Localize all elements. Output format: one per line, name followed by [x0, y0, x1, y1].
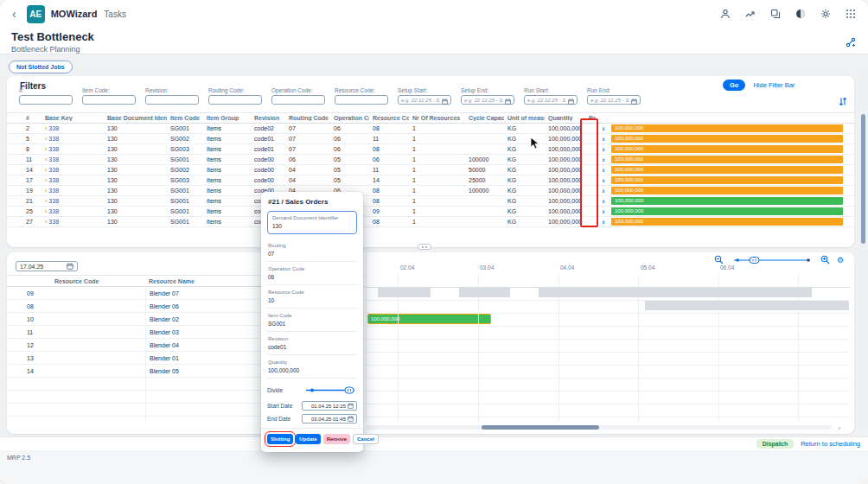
settings-icon[interactable] — [820, 9, 831, 19]
expand-caret-icon[interactable]: › — [45, 136, 47, 142]
row-expand-chevron[interactable]: › — [596, 145, 611, 154]
app-logo[interactable]: AE — [27, 5, 45, 23]
panel-splitter-handle[interactable] — [418, 244, 431, 250]
end-date-input[interactable]: 03.04.25 01:45 — [302, 414, 357, 424]
return-to-scheduling-link[interactable]: Return to scheduling — [801, 440, 860, 448]
column-header[interactable]: Item Code — [167, 115, 203, 121]
column-header[interactable]: Resource Code — [369, 115, 409, 121]
row-expand-chevron[interactable]: › — [596, 176, 611, 185]
row-expand-chevron[interactable]: › — [596, 124, 611, 133]
back-icon[interactable]: ‹ — [12, 9, 16, 19]
base-key-link[interactable]: 338 — [48, 146, 59, 152]
apps-grid-icon[interactable] — [846, 9, 856, 19]
base-key-link[interactable]: 338 — [48, 177, 59, 183]
column-header[interactable]: Revision — [251, 115, 285, 121]
resource-code-column-header[interactable]: Resource Code — [7, 278, 145, 284]
start-date-input[interactable]: 01.04.25 12:25 — [302, 401, 357, 411]
gantt-horizontal-scrollbar[interactable] — [366, 425, 832, 430]
not-slotted-jobs-button[interactable]: Not Slotted Jobs — [9, 60, 73, 73]
related-links-icon[interactable] — [846, 35, 856, 51]
row-expand-chevron[interactable]: › — [596, 207, 611, 216]
filter-text-input[interactable] — [208, 95, 262, 105]
row-expand-chevron[interactable]: › — [596, 156, 611, 164]
divide-slider[interactable] — [303, 382, 357, 398]
base-key-link[interactable]: 338 — [48, 219, 59, 225]
expand-caret-icon[interactable]: › — [45, 208, 47, 214]
table-row[interactable]: 14›338130SG002Itemscode00040511150000KG1… — [7, 165, 854, 175]
filter-date-input[interactable]: e.g. 22.12.25 - 31.1... — [524, 95, 578, 105]
table-row[interactable]: 11›338130SG001Itemscode000605061100000KG… — [7, 155, 854, 165]
table-row[interactable]: 8›338130SG003Itemscode010706081KG100,000… — [7, 144, 854, 155]
scheduled-job-bar[interactable]: 100,000,000 — [367, 314, 491, 324]
calendar-icon[interactable] — [348, 416, 354, 423]
filter-date-input[interactable]: e.g. 22.12.25 - 31.1... — [461, 95, 514, 105]
expand-caret-icon[interactable]: › — [45, 167, 47, 173]
table-row[interactable]: 27›338130SG001Itemscode00081KG100,000,00… — [7, 217, 854, 227]
expand-caret-icon[interactable]: › — [45, 177, 47, 183]
expand-caret-icon[interactable]: › — [45, 219, 47, 225]
column-header[interactable]: Item Group — [203, 115, 251, 121]
slotting-button[interactable]: Slotting — [267, 434, 293, 444]
update-button[interactable]: Update — [296, 434, 320, 444]
base-key-link[interactable]: 338 — [48, 136, 59, 142]
filter-text-input[interactable] — [271, 95, 325, 105]
row-expand-chevron[interactable]: › — [596, 218, 611, 226]
row-expand-chevron[interactable]: › — [596, 197, 611, 206]
column-header[interactable]: # — [7, 115, 41, 121]
calendar-icon[interactable] — [568, 92, 574, 108]
column-header[interactable]: Base Document Identifier — [104, 115, 167, 121]
insights-icon[interactable] — [745, 9, 756, 19]
column-header[interactable]: Unit of measure — [504, 115, 545, 121]
column-header[interactable]: Nr Of Resources — [409, 115, 465, 121]
table-row[interactable]: 19›338130SG001Itemscode000406081100000KG… — [7, 186, 854, 196]
user-icon[interactable] — [720, 9, 731, 19]
dispatch-button[interactable]: Dispatch — [756, 439, 795, 449]
base-key-link[interactable]: 338 — [48, 156, 59, 162]
column-header[interactable]: Base Key — [41, 115, 104, 121]
expand-caret-icon[interactable]: › — [45, 188, 47, 194]
calendar-icon[interactable] — [631, 92, 637, 108]
sort-icon[interactable] — [839, 94, 847, 110]
go-button[interactable]: Go — [723, 80, 745, 91]
filter-text-input[interactable] — [82, 95, 136, 105]
base-key-link[interactable]: 338 — [48, 125, 59, 131]
scrollbar-thumb[interactable] — [482, 425, 599, 430]
column-header[interactable]: Cycle Capacity — [465, 115, 504, 121]
filter-text-input[interactable] — [335, 95, 388, 105]
table-row[interactable]: 5›338130SG002Itemscode010706111KG100,000… — [7, 134, 854, 144]
scrollbar-thumb[interactable] — [861, 114, 865, 244]
scroll-right-arrow[interactable]: › — [839, 425, 840, 431]
row-expand-chevron[interactable]: › — [596, 166, 611, 175]
base-key-link[interactable]: 338 — [48, 198, 59, 204]
cancel-button[interactable]: Cancel — [353, 434, 379, 444]
expand-caret-icon[interactable]: › — [45, 146, 47, 152]
copy-icon[interactable] — [770, 9, 781, 19]
hide-filter-bar-link[interactable]: Hide Filter Bar — [753, 81, 795, 89]
calendar-icon[interactable] — [505, 92, 511, 108]
base-key-link[interactable]: 338 — [48, 167, 59, 173]
calendar-icon[interactable] — [348, 403, 354, 410]
page-vertical-scrollbar[interactable] — [861, 69, 865, 428]
filter-text-input[interactable] — [145, 95, 199, 105]
column-header[interactable]: Operation Code — [330, 115, 369, 121]
remove-button[interactable]: Remove — [323, 434, 350, 444]
row-expand-chevron[interactable]: › — [596, 187, 611, 195]
gantt-date-input[interactable]: 17.04.25 — [16, 261, 78, 271]
calendar-icon[interactable] — [67, 263, 73, 271]
table-row[interactable]: 17›338130SG003Itemscode00040514125000KG1… — [7, 175, 854, 186]
table-row[interactable]: 25›338130SG001Itemscode00091KG100,000,00… — [7, 207, 854, 217]
table-row[interactable]: 2›338130SG001Itemscode020706081KG100,000… — [7, 124, 854, 134]
base-key-link[interactable]: 338 — [48, 188, 59, 194]
column-header[interactable]: Quantity — [545, 115, 585, 121]
expand-caret-icon[interactable]: › — [45, 198, 47, 204]
table-row[interactable]: 21›338130SG001Itemscode00081KG100,000,00… — [7, 196, 854, 207]
column-header[interactable]: Pr — [585, 115, 596, 121]
calendar-icon[interactable] — [442, 92, 448, 108]
base-key-link[interactable]: 338 — [48, 208, 59, 214]
column-header[interactable]: Routing Code — [285, 115, 330, 121]
expand-caret-icon[interactable]: › — [45, 156, 47, 162]
filter-date-input[interactable]: e.g. 22.12.25 - 31.1... — [398, 95, 451, 105]
filter-date-input[interactable]: e.g. 22.12.25 - 31.1... — [587, 95, 641, 105]
row-expand-chevron[interactable]: › — [596, 135, 611, 143]
expand-caret-icon[interactable]: › — [45, 125, 47, 131]
